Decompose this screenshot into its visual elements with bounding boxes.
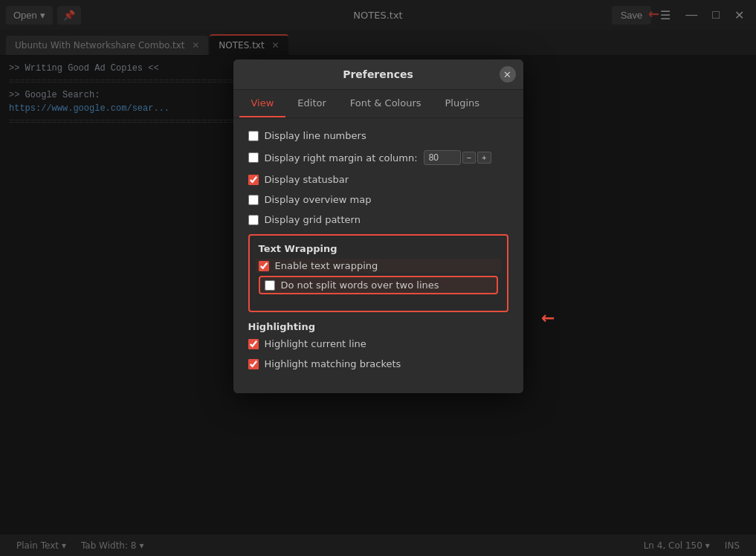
- label-overview-map[interactable]: Display overview map: [265, 194, 372, 205]
- pref-row-no-split: Do not split words over two lines: [259, 276, 498, 294]
- pref-row-statusbar: Display statusbar: [248, 174, 508, 185]
- checkbox-right-margin[interactable]: [248, 152, 259, 163]
- prefs-title: Preferences: [343, 68, 413, 80]
- prefs-close-button[interactable]: ✕: [500, 66, 516, 83]
- checkbox-enable-wrapping[interactable]: [259, 261, 269, 271]
- label-statusbar[interactable]: Display statusbar: [265, 174, 349, 185]
- prefs-tab-bar: View Editor Font & Colours Plugins: [233, 90, 523, 118]
- highlighting-section: Highlighting Highlight current line High…: [248, 321, 508, 369]
- tab-view-label: View: [251, 97, 274, 109]
- checkbox-statusbar[interactable]: [248, 175, 259, 185]
- tab-editor[interactable]: Editor: [285, 90, 337, 117]
- prefs-header: Preferences ✕: [233, 59, 523, 90]
- checkbox-overview-map[interactable]: [248, 195, 259, 205]
- pref-row-overview-map: Display overview map: [248, 194, 508, 205]
- pref-row-right-margin: Display right margin at column: − +: [248, 150, 508, 165]
- checkbox-no-split[interactable]: [265, 280, 275, 291]
- preferences-dialog: Preferences ✕ View Editor Font & Colours…: [233, 59, 523, 393]
- tab-plugins-label: Plugins: [445, 97, 480, 109]
- text-wrapping-section: Text Wrapping Enable text wrapping Do no…: [248, 234, 508, 312]
- tab-font-colours[interactable]: Font & Colours: [338, 90, 433, 117]
- checkbox-line-numbers[interactable]: [248, 131, 259, 141]
- label-highlight-line[interactable]: Highlight current line: [265, 338, 366, 349]
- pref-row-grid-pattern: Display grid pattern: [248, 214, 508, 225]
- checkbox-grid-pattern[interactable]: [248, 215, 259, 225]
- label-enable-wrapping[interactable]: Enable text wrapping: [275, 260, 378, 271]
- column-decrement[interactable]: −: [462, 152, 476, 164]
- tab-plugins[interactable]: Plugins: [433, 90, 492, 117]
- checkbox-highlight-brackets[interactable]: [248, 359, 259, 369]
- prefs-close-icon: ✕: [503, 69, 511, 80]
- tab-view[interactable]: View: [239, 90, 286, 117]
- label-right-margin[interactable]: Display right margin at column:: [265, 152, 418, 164]
- column-spinner: − +: [424, 150, 491, 165]
- label-no-split[interactable]: Do not split words over two lines: [281, 279, 439, 291]
- prefs-content: Display line numbers Display right margi…: [233, 118, 523, 393]
- tab-font-colours-label: Font & Colours: [350, 97, 421, 109]
- column-input[interactable]: [424, 150, 461, 165]
- modal-overlay: ↓ ← Preferences ✕ View Editor Font & Col…: [0, 0, 756, 556]
- pref-row-line-numbers: Display line numbers: [248, 130, 508, 141]
- pref-row-highlight-line: Highlight current line: [248, 338, 508, 349]
- highlighting-title: Highlighting: [248, 321, 508, 332]
- tab-editor-label: Editor: [297, 97, 326, 109]
- label-highlight-brackets[interactable]: Highlight matching brackets: [265, 358, 401, 369]
- column-increment[interactable]: +: [477, 152, 491, 164]
- pref-row-highlight-brackets: Highlight matching brackets: [248, 358, 508, 369]
- pref-row-enable-wrapping: Enable text wrapping: [256, 259, 501, 273]
- label-line-numbers[interactable]: Display line numbers: [265, 130, 366, 141]
- checkbox-highlight-line[interactable]: [248, 339, 259, 349]
- dialog-left-arrow: ←: [541, 308, 555, 327]
- label-grid-pattern[interactable]: Display grid pattern: [265, 214, 361, 225]
- text-wrapping-title: Text Wrapping: [259, 243, 498, 254]
